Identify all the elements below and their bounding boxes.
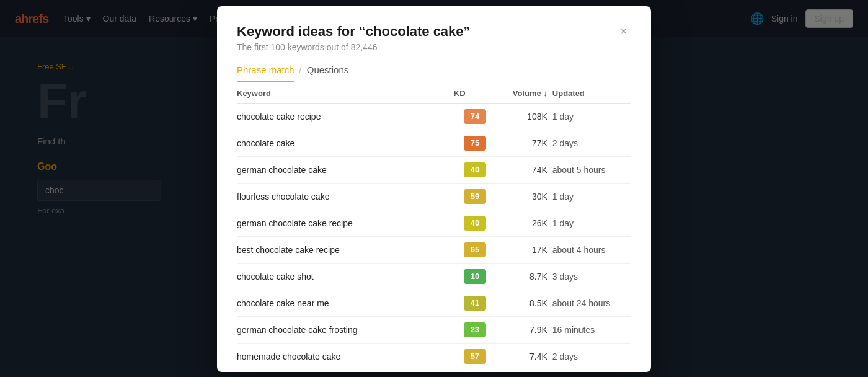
- updated-cell: 1 day: [552, 184, 631, 210]
- table-row: german chocolate cake frosting237.9K16 m…: [237, 317, 631, 344]
- modal-header: Keyword ideas for “chocolate cake” ×: [237, 24, 631, 40]
- volume-cell: 74K: [501, 157, 552, 184]
- keyword-cell: homemade chocolate cake: [237, 344, 454, 370]
- volume-cell: 7.9K: [501, 317, 552, 344]
- table-row: chocolate cake recipe74108K1 day: [237, 104, 631, 130]
- modal-close-button[interactable]: ×: [616, 24, 631, 38]
- keyword-cell: german chocolate cake frosting: [237, 317, 454, 344]
- kd-cell: 40: [454, 210, 501, 237]
- col-header-kd: KD: [454, 82, 501, 104]
- modal-tabs: Phrase match / Questions: [237, 62, 631, 82]
- volume-cell: 30K: [501, 184, 552, 210]
- keyword-table: Keyword KD Volume ↓ Updated chocolate ca…: [237, 82, 631, 372]
- col-header-updated: Updated: [552, 82, 631, 104]
- table-row: chocolate cake shot108.7K3 days: [237, 264, 631, 290]
- kd-cell: 75: [454, 130, 501, 157]
- volume-cell: 8.5K: [501, 290, 552, 317]
- modal-subtitle: The first 100 keywords out of 82,446: [237, 42, 631, 52]
- col-header-volume: Volume ↓: [501, 82, 552, 104]
- volume-cell: 8.7K: [501, 264, 552, 290]
- keyword-cell: best chocolate cake recipe: [237, 237, 454, 264]
- volume-cell: 17K: [501, 237, 552, 264]
- kd-cell: 57: [454, 344, 501, 370]
- volume-cell: 108K: [501, 104, 552, 130]
- keyword-cell: german chocolate cake recipe: [237, 210, 454, 237]
- table-row: chocolate cake near me418.5Kabout 24 hou…: [237, 290, 631, 317]
- updated-cell: 2 days: [552, 130, 631, 157]
- updated-cell: 2 days: [552, 344, 631, 370]
- table-row: flourless chocolate cake5930K1 day: [237, 184, 631, 210]
- modal-title: Keyword ideas for “chocolate cake”: [237, 24, 471, 40]
- keyword-cell: vegan chocolate cake: [237, 370, 454, 373]
- kd-cell: 65: [454, 237, 501, 264]
- table-row: best chocolate cake recipe6517Kabout 4 h…: [237, 237, 631, 264]
- volume-cell: 26K: [501, 210, 552, 237]
- updated-cell: 1 day: [552, 370, 631, 373]
- kd-cell: 41: [454, 290, 501, 317]
- kd-cell: Sign up: [454, 370, 501, 373]
- updated-cell: 3 days: [552, 264, 631, 290]
- table-row: homemade chocolate cake577.4K2 days: [237, 344, 631, 370]
- keyword-cell: flourless chocolate cake: [237, 184, 454, 210]
- col-header-keyword: Keyword: [237, 82, 454, 104]
- updated-cell: about 5 hours: [552, 157, 631, 184]
- keyword-cell: chocolate cake: [237, 130, 454, 157]
- table-body: chocolate cake recipe74108K1 daychocolat…: [237, 104, 631, 373]
- table-row: german chocolate cake recipe4026K1 day: [237, 210, 631, 237]
- updated-cell: 1 day: [552, 210, 631, 237]
- kd-cell: 40: [454, 157, 501, 184]
- keyword-cell: chocolate cake recipe: [237, 104, 454, 130]
- tab-questions[interactable]: Questions: [307, 62, 349, 82]
- volume-cell: 7.4K: [501, 344, 552, 370]
- table-row: vegan chocolate cakeSign up7.2K1 day: [237, 370, 631, 373]
- updated-cell: 1 day: [552, 104, 631, 130]
- kd-cell: 59: [454, 184, 501, 210]
- keyword-cell: german chocolate cake: [237, 157, 454, 184]
- updated-cell: 16 minutes: [552, 317, 631, 344]
- volume-cell: 7.2K: [501, 370, 552, 373]
- kd-cell: 23: [454, 317, 501, 344]
- kd-cell: 74: [454, 104, 501, 130]
- tab-divider: /: [299, 64, 302, 74]
- keyword-cell: chocolate cake near me: [237, 290, 454, 317]
- keyword-cell: chocolate cake shot: [237, 264, 454, 290]
- table-header: Keyword KD Volume ↓ Updated: [237, 82, 631, 104]
- tab-phrase-match[interactable]: Phrase match: [237, 62, 294, 82]
- table-row: chocolate cake7577K2 days: [237, 130, 631, 157]
- updated-cell: about 4 hours: [552, 237, 631, 264]
- kd-cell: 10: [454, 264, 501, 290]
- volume-cell: 77K: [501, 130, 552, 157]
- keyword-ideas-modal: Keyword ideas for “chocolate cake” × The…: [217, 6, 651, 372]
- table-row: german chocolate cake4074Kabout 5 hours: [237, 157, 631, 184]
- updated-cell: about 24 hours: [552, 290, 631, 317]
